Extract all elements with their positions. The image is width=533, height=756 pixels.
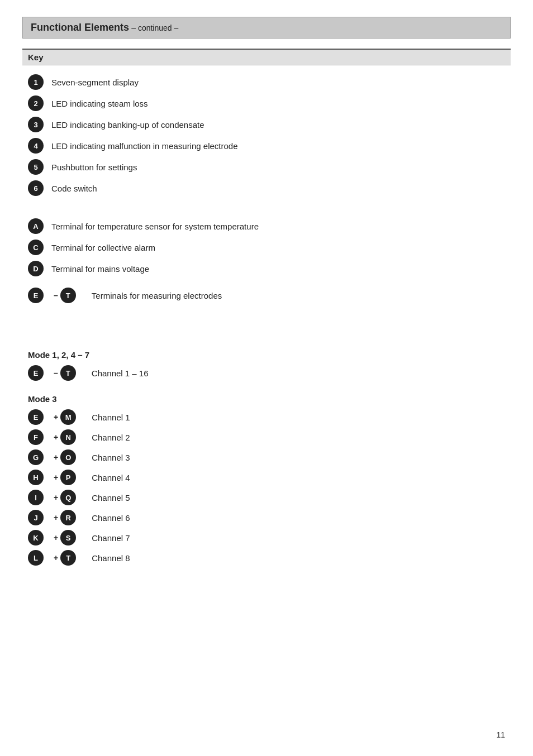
badge-e-terminal: E	[28, 288, 44, 303]
mode1-title: Mode 1, 2, 4 – 7	[28, 350, 511, 360]
mode3-channel-text-1: Channel 1	[92, 413, 130, 422]
mode3-channel-text-5: Channel 5	[92, 493, 130, 503]
badge-pair-mode3-3: G + O	[28, 449, 84, 465]
key-text-5: Pushbutton for settings	[51, 162, 137, 172]
badge-t-mode1: T	[60, 365, 76, 381]
badge-E-mode3: E	[28, 409, 44, 425]
mode3-channel-3: G + O Channel 3	[22, 449, 511, 465]
mode3-channel-5: I + Q Channel 5	[22, 490, 511, 505]
badge-A: A	[28, 218, 44, 234]
sep-mode1: –	[54, 369, 58, 377]
page-subtitle: – continued –	[131, 23, 178, 32]
badge-e-mode1: E	[28, 365, 44, 381]
spacer2	[22, 314, 511, 326]
sep-mode3-1: +	[54, 413, 58, 422]
key-item-C: C Terminal for collective alarm	[22, 240, 511, 255]
badge-H-mode3: H	[28, 470, 44, 485]
key-item-5: 5 Pushbutton for settings	[22, 159, 511, 175]
badge-G-mode3: G	[28, 449, 44, 465]
badge-I-mode3: I	[28, 490, 44, 505]
key-text-2: LED indicating steam loss	[51, 99, 148, 108]
badge-pair-mode3-1: E + M	[28, 409, 84, 425]
key-list-numbers: 1 Seven-segment display 2 LED indicating…	[22, 74, 511, 196]
badge-1: 1	[28, 74, 44, 90]
mode3-channel-text-2: Channel 2	[92, 433, 130, 442]
mode3-channel-text-3: Channel 3	[92, 453, 130, 462]
sep-mode3-6: +	[54, 513, 58, 522]
mode3-title: Mode 3	[28, 394, 511, 404]
key-item-A: A Terminal for temperature sensor for sy…	[22, 218, 511, 234]
sep-et: –	[54, 291, 58, 300]
key-text-A: Terminal for temperature sensor for syst…	[51, 222, 259, 231]
key-item-2: 2 LED indicating steam loss	[22, 95, 511, 111]
badge-O-mode3: O	[60, 449, 76, 465]
mode1-channel-text: Channel 1 – 16	[92, 369, 149, 378]
sep-mode3-2: +	[54, 433, 58, 442]
key-text-D: Terminal for mains voltage	[51, 264, 149, 274]
badge-pair-mode3-4: H + P	[28, 470, 84, 485]
badge-pair-mode3-7: K + S	[28, 530, 84, 546]
key-text-3: LED indicating banking-up of condensate	[51, 120, 204, 130]
page-container: Functional Elements – continued – Key 1 …	[22, 17, 511, 566]
mode1-channel: E – T Channel 1 – 16	[22, 365, 511, 381]
key-text-1: Seven-segment display	[51, 78, 139, 87]
mode3-channel-7: K + S Channel 7	[22, 530, 511, 546]
badge-S-mode3: S	[60, 530, 76, 546]
key-item-4: 4 LED indicating malfunction in measurin…	[22, 138, 511, 154]
badge-K-mode3: K	[28, 530, 44, 546]
key-item-D: D Terminal for mains voltage	[22, 261, 511, 276]
key-list-letters: A Terminal for temperature sensor for sy…	[22, 218, 511, 276]
mode3-channel-1: E + M Channel 1	[22, 409, 511, 425]
header-box: Functional Elements – continued –	[22, 17, 511, 39]
mode3-list: E + M Channel 1 F + N Channel 2 G + O Ch…	[22, 409, 511, 566]
page-title: Functional Elements	[31, 22, 129, 33]
sep-mode3-5: +	[54, 493, 58, 502]
badge-t-terminal: T	[60, 288, 76, 303]
badge-pair-mode3-5: I + Q	[28, 490, 84, 505]
badge-D: D	[28, 261, 44, 276]
mode3-channel-text-8: Channel 8	[92, 553, 130, 563]
sep-mode3-4: +	[54, 473, 58, 482]
key-text-C: Terminal for collective alarm	[51, 243, 155, 252]
badge-pair-mode3-2: F + N	[28, 429, 84, 445]
badge-C: C	[28, 240, 44, 255]
badge-pair-mode3-8: L + T	[28, 550, 84, 566]
key-pair-et: E – T Terminals for measuring electrodes	[22, 288, 511, 303]
badge-F-mode3: F	[28, 429, 44, 445]
key-text-6: Code switch	[51, 184, 97, 193]
sep-mode3-3: +	[54, 453, 58, 462]
key-label: Key	[28, 52, 44, 62]
mode3-channel-8: L + T Channel 8	[22, 550, 511, 566]
mode3-channel-text-7: Channel 7	[92, 533, 130, 543]
badge-J-mode3: J	[28, 510, 44, 525]
badge-Q-mode3: Q	[60, 490, 76, 505]
badge-L-mode3: L	[28, 550, 44, 566]
badge-3: 3	[28, 117, 44, 132]
badge-R-mode3: R	[60, 510, 76, 525]
key-item-3: 3 LED indicating banking-up of condensat…	[22, 117, 511, 132]
badge-6: 6	[28, 180, 44, 196]
spacer1	[22, 207, 511, 218]
page-number: 11	[496, 730, 505, 739]
key-item-1: 1 Seven-segment display	[22, 74, 511, 90]
mode1-list: E – T Channel 1 – 16	[22, 365, 511, 381]
badge-pair-mode1: E – T	[28, 365, 84, 381]
badge-pair-mode3-6: J + R	[28, 510, 84, 525]
badge-2: 2	[28, 95, 44, 111]
et-text: Terminals for measuring electrodes	[92, 291, 222, 300]
mode3-channel-4: H + P Channel 4	[22, 470, 511, 485]
sep-mode3-8: +	[54, 553, 58, 562]
badge-P-mode3: P	[60, 470, 76, 485]
key-text-4: LED indicating malfunction in measuring …	[51, 141, 238, 151]
badge-pair-et: E – T	[28, 288, 84, 303]
sep-mode3-7: +	[54, 533, 58, 542]
spacer3	[22, 326, 511, 337]
badge-N-mode3: N	[60, 429, 76, 445]
mode3-channel-2: F + N Channel 2	[22, 429, 511, 445]
badge-4: 4	[28, 138, 44, 154]
badge-5: 5	[28, 159, 44, 175]
mode3-channel-text-4: Channel 4	[92, 473, 130, 482]
badge-M-mode3: M	[60, 409, 76, 425]
badge-T-mode3: T	[60, 550, 76, 566]
mode3-channel-6: J + R Channel 6	[22, 510, 511, 525]
